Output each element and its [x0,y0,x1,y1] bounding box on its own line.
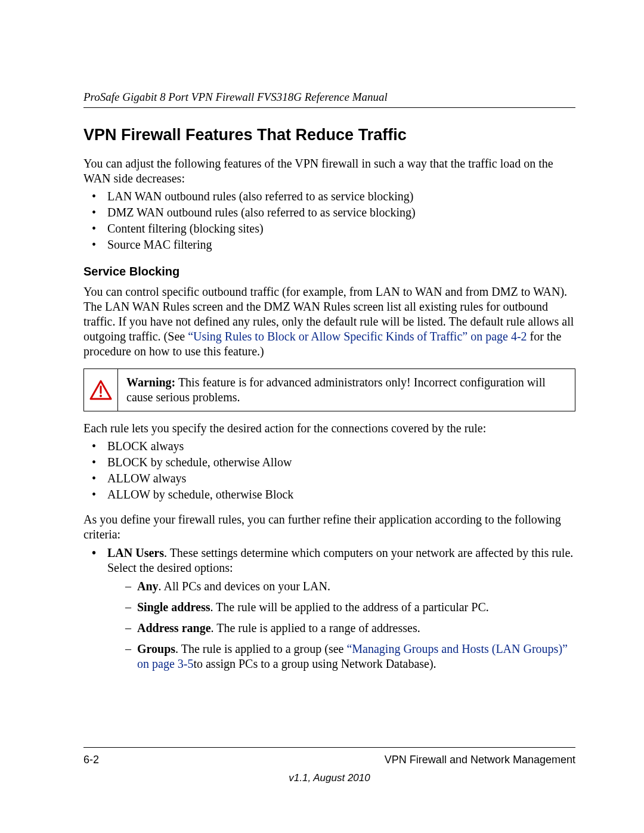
list-item: ALLOW always [99,472,575,485]
text-run: . All PCs and devices on your LAN. [159,580,330,593]
option-any: Any. All PCs and devices on your LAN. [125,579,575,594]
list-item: DMZ WAN outbound rules (also referred to… [99,206,575,219]
option-label: Address range [137,621,211,634]
text-run: . The rule will be applied to the addres… [210,600,488,614]
list-item: LAN WAN outbound rules (also referred to… [99,190,575,203]
list-item: Source MAC filtering [99,238,575,252]
lan-users-options: Any. All PCs and devices on your LAN. Si… [107,579,575,671]
warning-label: Warning: [126,376,175,389]
list-item: Content filtering (blocking sites) [99,222,575,236]
feature-bullet-list: LAN WAN outbound rules (also referred to… [83,190,575,252]
warning-text: Warning: This feature is for advanced ad… [118,369,575,411]
warning-icon [89,380,112,400]
running-head: ProSafe Gigabit 8 Port VPN Firewall FVS3… [83,91,575,104]
option-groups: Groups. The rule is applied to a group (… [125,642,575,671]
header-rule [83,107,575,108]
page-number: 6-2 [83,754,99,766]
list-item: BLOCK by schedule, otherwise Allow [99,456,575,469]
list-item: BLOCK always [99,439,575,453]
rule-actions-list: BLOCK always BLOCK by schedule, otherwis… [83,439,575,501]
document-page: ProSafe Gigabit 8 Port VPN Firewall FVS3… [0,0,644,833]
version-footer: v1.1, August 2010 [83,772,575,784]
option-label: Groups [137,642,175,655]
option-label: Any [137,580,159,593]
svg-point-2 [100,395,102,397]
text-run: . These settings determine which compute… [107,546,573,574]
option-single-address: Single address. The rule will be applied… [125,600,575,615]
criteria-label: LAN Users [107,546,164,559]
option-address-range: Address range. The rule is applied to a … [125,621,575,636]
intro-paragraph: You can adjust the following features of… [83,156,575,186]
warning-box: Warning: This feature is for advanced ad… [83,368,575,411]
footer-rule [83,747,575,748]
warning-icon-cell [84,369,117,411]
list-item: ALLOW by schedule, otherwise Block [99,488,575,501]
criteria-list: LAN Users. These settings determine whic… [83,546,575,671]
text-run: . The rule is applied to a range of addr… [211,621,420,634]
section-title: VPN Firewall Features That Reduce Traffi… [83,126,575,144]
text-run: to assign PCs to a group using Network D… [193,657,436,670]
service-blocking-paragraph: You can control specific outbound traffi… [83,284,575,359]
option-label: Single address [137,600,210,614]
warning-body: This feature is for advanced administrat… [126,376,546,404]
chapter-title: VPN Firewall and Network Management [385,754,575,766]
text-run: . The rule is applied to a group (see [175,642,346,655]
refine-intro-paragraph: As you define your firewall rules, you c… [83,512,575,542]
page-footer: 6-2 VPN Firewall and Network Management … [83,747,575,784]
criteria-lan-users: LAN Users. These settings determine whic… [99,546,575,671]
xref-link-rules[interactable]: “Using Rules to Block or Allow Specific … [188,330,527,343]
subsection-heading: Service Blocking [83,265,575,278]
rule-intro-paragraph: Each rule lets you specify the desired a… [83,421,575,436]
